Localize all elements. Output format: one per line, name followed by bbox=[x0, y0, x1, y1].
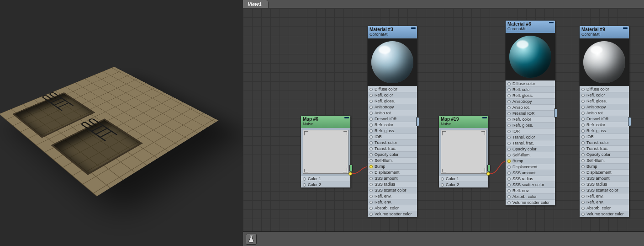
slot[interactable]: Opacity color bbox=[506, 146, 555, 152]
slot-socket[interactable] bbox=[581, 189, 585, 192]
slot[interactable]: Refr. env. bbox=[368, 199, 417, 205]
slot[interactable]: Transl. frac. bbox=[580, 145, 629, 151]
slot[interactable]: Transl. color bbox=[506, 134, 555, 140]
slot[interactable]: Refl. env. bbox=[506, 187, 555, 193]
slot-socket[interactable] bbox=[507, 142, 511, 145]
slot[interactable]: Displacement bbox=[368, 169, 417, 175]
slot-socket[interactable] bbox=[370, 118, 373, 121]
slot[interactable]: Refl. env. bbox=[580, 193, 629, 199]
slot[interactable]: Refr. color bbox=[368, 122, 417, 128]
node-output[interactable] bbox=[628, 117, 631, 126]
node-mat9[interactable]: Material #9CoronaMtlDiffuse colorRefl. c… bbox=[579, 26, 629, 217]
slot-socket[interactable] bbox=[581, 118, 585, 121]
slot-socket[interactable] bbox=[507, 106, 511, 109]
slot[interactable]: SSS scatter color bbox=[368, 187, 417, 193]
slot-socket[interactable] bbox=[507, 183, 511, 187]
slot-socket[interactable] bbox=[370, 106, 373, 109]
viewport-3d[interactable] bbox=[0, 0, 243, 246]
node-map6[interactable]: Map #6NoiseColor 1Color 2 bbox=[301, 115, 351, 188]
slot[interactable]: Color 1 bbox=[439, 176, 488, 182]
slot[interactable]: Opacity color bbox=[368, 151, 417, 157]
slot-socket[interactable] bbox=[507, 118, 511, 121]
slot-socket[interactable] bbox=[303, 177, 306, 181]
collapse-icon[interactable] bbox=[344, 117, 349, 118]
slot[interactable]: SSS amount bbox=[506, 170, 555, 176]
slot[interactable]: SSS radius bbox=[506, 176, 555, 182]
slot-socket[interactable] bbox=[581, 129, 585, 133]
slot[interactable]: Transl. frac. bbox=[506, 140, 555, 146]
slot-socket[interactable] bbox=[370, 135, 373, 139]
slot-socket[interactable] bbox=[441, 177, 444, 181]
slot[interactable]: Bump bbox=[506, 158, 555, 164]
slot[interactable]: Absorb. color bbox=[368, 205, 417, 211]
slot[interactable]: Anisotropy bbox=[368, 104, 417, 110]
slot-socket[interactable] bbox=[581, 183, 585, 186]
slot-socket[interactable] bbox=[581, 207, 585, 210]
slot[interactable]: Transl. frac. bbox=[368, 145, 417, 151]
slot[interactable]: Opacity color bbox=[580, 151, 629, 157]
slot[interactable]: Volume scatter color bbox=[506, 199, 555, 205]
node-output[interactable] bbox=[416, 117, 419, 126]
slot[interactable]: Displacement bbox=[580, 169, 629, 175]
slot[interactable]: Anisotropy bbox=[580, 104, 629, 110]
slot-socket[interactable] bbox=[507, 166, 511, 169]
slot-socket[interactable] bbox=[581, 112, 585, 115]
slot[interactable]: Refr. gloss. bbox=[580, 128, 629, 134]
node-mat6[interactable]: Material #6CoronaMtlDiffuse colorRefl. c… bbox=[505, 20, 555, 206]
slot[interactable]: SSS scatter color bbox=[580, 187, 629, 193]
slot[interactable]: Transl. color bbox=[368, 139, 417, 145]
slot[interactable]: Fresnel IOR bbox=[506, 110, 555, 116]
slot[interactable]: Diffuse color bbox=[368, 86, 417, 92]
slot[interactable]: IOR bbox=[506, 128, 555, 134]
slot-socket[interactable] bbox=[370, 153, 373, 156]
slot[interactable]: Refl. color bbox=[580, 92, 629, 98]
node-map19[interactable]: Map #19NoiseColor 1Color 2 bbox=[438, 115, 489, 188]
slot-socket[interactable] bbox=[370, 159, 373, 162]
slot[interactable]: Color 2 bbox=[439, 182, 488, 187]
slot-socket[interactable] bbox=[370, 195, 373, 198]
slot[interactable]: Refr. gloss. bbox=[506, 122, 555, 128]
slot[interactable]: Self-Illum. bbox=[506, 152, 555, 158]
slot-socket[interactable] bbox=[370, 100, 373, 103]
slot[interactable]: Volume scatter color bbox=[368, 211, 417, 217]
slot-socket[interactable] bbox=[581, 213, 585, 216]
slot[interactable]: Absorb. color bbox=[506, 193, 555, 199]
slot[interactable]: Refr. env. bbox=[580, 199, 629, 205]
node-header[interactable]: Material #3CoronaMtl bbox=[368, 26, 417, 38]
slot[interactable]: Diffuse color bbox=[506, 80, 555, 86]
node-output-socket[interactable] bbox=[486, 172, 490, 176]
slot[interactable]: Color 1 bbox=[301, 176, 350, 182]
collapse-icon[interactable] bbox=[411, 27, 416, 29]
slot-socket[interactable] bbox=[370, 201, 373, 204]
slot[interactable]: Refr. color bbox=[580, 122, 629, 128]
node-output-socket[interactable] bbox=[348, 172, 352, 176]
material-picker-button[interactable] bbox=[246, 234, 257, 245]
slot[interactable]: Transl. color bbox=[580, 139, 629, 145]
slot[interactable]: Refl. color bbox=[506, 86, 555, 92]
material-preview[interactable] bbox=[368, 38, 417, 86]
slot-socket[interactable] bbox=[581, 195, 585, 198]
slot-socket[interactable] bbox=[581, 159, 585, 162]
slot[interactable]: Self-Illum. bbox=[368, 157, 417, 163]
slot-socket[interactable] bbox=[507, 195, 511, 198]
node-header[interactable]: Material #6CoronaMtl bbox=[506, 21, 555, 33]
slot-socket[interactable] bbox=[507, 130, 511, 133]
slot-socket[interactable] bbox=[370, 129, 373, 133]
node-header[interactable]: Map #6Noise bbox=[301, 116, 350, 128]
slot-socket[interactable] bbox=[507, 94, 511, 97]
slot-socket[interactable] bbox=[370, 213, 373, 216]
slot-socket[interactable] bbox=[507, 88, 511, 91]
slot-socket[interactable] bbox=[370, 123, 373, 127]
slot[interactable]: SSS scatter color bbox=[506, 182, 555, 187]
slot[interactable]: Volume scatter color bbox=[580, 211, 629, 217]
slot-socket[interactable] bbox=[581, 106, 585, 109]
slot-socket[interactable] bbox=[370, 88, 373, 91]
node-header[interactable]: Material #9CoronaMtl bbox=[580, 26, 629, 38]
slot[interactable]: SSS amount bbox=[368, 175, 417, 181]
slot-socket[interactable] bbox=[507, 112, 511, 115]
slot-socket[interactable] bbox=[507, 171, 511, 175]
slot[interactable]: Refl. gloss. bbox=[580, 98, 629, 104]
slot[interactable]: Refr. color bbox=[506, 116, 555, 122]
node-header[interactable]: Map #19Noise bbox=[439, 116, 488, 128]
slot-socket[interactable] bbox=[581, 171, 585, 174]
